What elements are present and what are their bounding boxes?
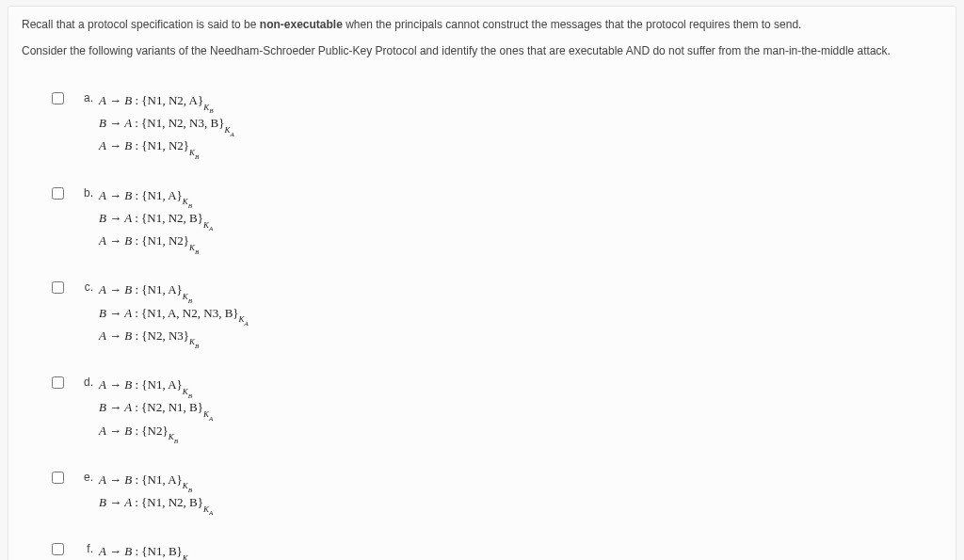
option-row: f.A → B : {N1, B}KBB → A : {N1, B, N2}KA…: [22, 542, 942, 560]
option-math: A → B : {N1, A}KBB → A : {N2, N1, B}KAA …: [99, 376, 213, 444]
question-intro: Recall that a protocol specification is …: [22, 16, 942, 59]
option-checkbox[interactable]: [52, 92, 64, 104]
option-math: A → B : {N1, A}KBB → A : {N1, A, N2, N3,…: [99, 280, 249, 349]
protocol-line: A → B : {N1, N2, A}KB: [99, 91, 234, 114]
intro-line-1: Recall that a protocol specification is …: [22, 16, 942, 33]
intro-text: Recall that a protocol specification is …: [22, 18, 260, 31]
protocol-line: A → B : {N1, A}KB: [99, 280, 249, 303]
option-letter: c.: [72, 280, 99, 294]
protocol-line: A → B : {N2, N3}KB: [99, 327, 249, 349]
protocol-line: A → B : {N1, N2}KB: [99, 136, 234, 159]
protocol-line: A → B : {N1, N2}KB: [99, 232, 213, 254]
protocol-line: B → A : {N1, A, N2, N3, B}KA: [99, 304, 249, 327]
option-row: d.A → B : {N1, A}KBB → A : {N2, N1, B}KA…: [22, 376, 942, 444]
option-row: e.A → B : {N1, A}KBB → A : {N1, N2, B}KA: [22, 471, 942, 516]
protocol-line: A → B : {N1, A}KB: [99, 376, 213, 398]
protocol-line: B → A : {N2, N1, B}KA: [99, 398, 213, 421]
protocol-line: B → A : {N1, N2, N3, B}KA: [99, 114, 234, 136]
option-math: A → B : {N1, B}KBB → A : {N1, B, N2}KAA …: [99, 542, 213, 560]
protocol-line: A → B : {N1, A}KB: [99, 186, 213, 209]
option-checkbox[interactable]: [52, 472, 64, 484]
option-letter: a.: [72, 91, 99, 104]
option-letter: e.: [72, 471, 99, 484]
option-letter: b.: [72, 186, 99, 200]
option-checkbox[interactable]: [52, 281, 64, 294]
option-checkbox[interactable]: [52, 543, 64, 555]
intro-bold: non-executable: [260, 18, 343, 31]
option-math: A → B : {N1, A}KBB → A : {N1, N2, B}KA: [99, 471, 213, 516]
protocol-line: B → A : {N1, N2, B}KA: [99, 209, 213, 232]
option-row: b.A → B : {N1, A}KBB → A : {N1, N2, B}KA…: [22, 186, 942, 255]
option-math: A → B : {N1, N2, A}KBB → A : {N1, N2, N3…: [99, 91, 234, 160]
option-math: A → B : {N1, A}KBB → A : {N1, N2, B}KAA …: [99, 186, 213, 255]
question-panel: Recall that a protocol specification is …: [8, 6, 956, 560]
option-letter: f.: [72, 542, 99, 555]
protocol-line: A → B : {N1, B}KB: [99, 542, 213, 560]
option-row: a.A → B : {N1, N2, A}KBB → A : {N1, N2, …: [22, 91, 942, 160]
protocol-line: B → A : {N1, N2, B}KA: [99, 493, 213, 516]
option-checkbox[interactable]: [52, 187, 64, 200]
option-checkbox[interactable]: [52, 376, 64, 389]
option-letter: d.: [72, 376, 99, 389]
intro-text: when the principals cannot construct the…: [343, 18, 802, 31]
protocol-line: A → B : {N2}KB: [99, 422, 213, 444]
protocol-line: A → B : {N1, A}KB: [99, 471, 213, 493]
intro-line-2: Consider the following variants of the N…: [22, 42, 942, 59]
options-list: a.A → B : {N1, N2, A}KBB → A : {N1, N2, …: [22, 69, 942, 560]
option-row: c.A → B : {N1, A}KBB → A : {N1, A, N2, N…: [22, 280, 942, 349]
